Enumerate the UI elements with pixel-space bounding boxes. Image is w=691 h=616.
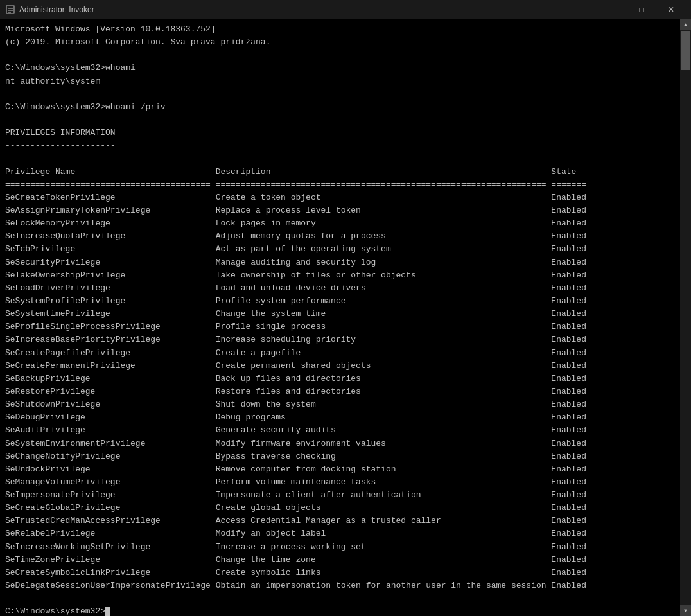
- window-title: Administrator: Invoker: [19, 5, 597, 14]
- svg-rect-2: [8, 10, 13, 11]
- content-area: Microsoft Windows [Version 10.0.18363.75…: [0, 19, 691, 616]
- svg-rect-3: [8, 12, 11, 13]
- scrollbar[interactable]: ▲ ▼: [680, 19, 691, 616]
- close-button[interactable]: ✕: [656, 0, 686, 19]
- title-bar: Administrator: Invoker ─ □ ✕: [0, 0, 691, 19]
- window: Administrator: Invoker ─ □ ✕ Microsoft W…: [0, 0, 691, 616]
- scroll-down-button[interactable]: ▼: [680, 605, 691, 616]
- scrollbar-thumb[interactable]: [681, 31, 690, 70]
- window-controls: ─ □ ✕: [597, 0, 686, 19]
- window-icon: [5, 4, 15, 15]
- minimize-button[interactable]: ─: [597, 0, 627, 19]
- cursor: [105, 607, 110, 616]
- maximize-button[interactable]: □: [627, 0, 656, 19]
- scrollbar-track[interactable]: [680, 30, 691, 605]
- svg-rect-1: [8, 8, 13, 9]
- scroll-up-button[interactable]: ▲: [680, 19, 691, 30]
- terminal-output[interactable]: Microsoft Windows [Version 10.0.18363.75…: [0, 19, 680, 616]
